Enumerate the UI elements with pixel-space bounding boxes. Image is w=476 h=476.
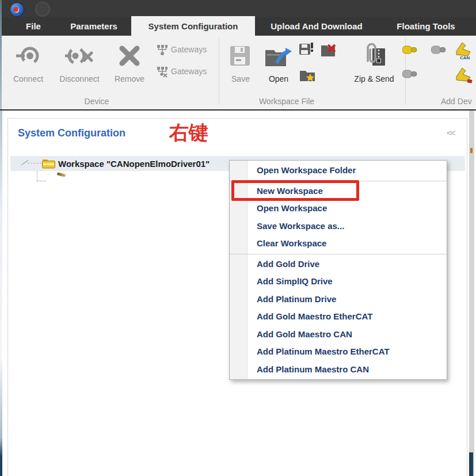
menu-item-save-workspace-as[interactable]: Save Workspace as... — [230, 218, 447, 235]
favorite-workspace-icon[interactable] — [299, 69, 315, 82]
tab-parameters[interactable]: Parameters — [62, 17, 125, 36]
highlight-red-box — [231, 180, 359, 201]
menu-item-add-gold-maestro-can[interactable]: Add Gold Maestro CAN — [230, 326, 447, 344]
add-gateway-icon[interactable] — [431, 45, 447, 55]
tree-child-icon — [57, 172, 66, 177]
right-edge-strip — [469, 111, 474, 476]
menu-item-clear-workspace[interactable]: Clear Workspace — [230, 235, 447, 253]
panel-title: System Configuration — [18, 127, 125, 139]
tree-connector-line — [28, 163, 41, 163]
menu-item-add-platinum-maestro-ethercat[interactable]: Add Platinum Maestro EtherCAT — [230, 343, 447, 361]
ribbon: Connect Disconnect Remove Gateways Gatew… — [2, 36, 476, 109]
zip-and-send-button[interactable]: Zip & Send — [347, 74, 401, 84]
disconnect-icon[interactable] — [65, 44, 94, 68]
add-can-gateway-icon[interactable] — [402, 45, 418, 55]
menu-item-add-gold-maestro-ethercat[interactable]: Add Gold Maestro EtherCAT — [230, 308, 447, 326]
menu-item-add-simpliq-drive[interactable]: Add SimplIQ Drive — [230, 273, 447, 291]
right-edge-navy — [469, 452, 473, 476]
gateways-remove-icon[interactable] — [157, 66, 168, 78]
ribbon-bottom-edge — [0, 109, 476, 111]
menu-item-open-workspace[interactable]: Open Workspace — [230, 200, 447, 218]
gateways-add-button[interactable]: Gateways — [171, 45, 216, 54]
add-ethercat-gateway-icon[interactable] — [402, 69, 418, 79]
right-edge-marker — [470, 148, 473, 153]
save-as-icon[interactable] — [299, 42, 314, 57]
add-gold-drive-ethercat-icon[interactable] — [453, 67, 474, 84]
group-separator — [219, 38, 219, 105]
tree-child-line-v — [37, 171, 37, 181]
menu-item-add-platinum-drive[interactable]: Add Platinum Drive — [230, 291, 447, 309]
group-label-device: Device — [36, 96, 157, 107]
zip-and-send-icon[interactable] — [360, 43, 387, 68]
workspace-folder-icon[interactable] — [42, 158, 55, 169]
gateways-remove-button[interactable]: Gateways — [171, 67, 216, 76]
tree-child-line-h — [37, 181, 46, 181]
can-badge: CAN — [460, 55, 470, 60]
app-logo-icon[interactable] — [10, 3, 24, 16]
group-label-workspace-file: Workspace File — [232, 96, 341, 107]
tab-floating-tools[interactable]: Floating Tools — [383, 17, 469, 36]
tab-system-configuration[interactable]: System Configuration — [131, 16, 255, 36]
gateways-add-icon[interactable] — [157, 44, 168, 56]
menu-item-add-platinum-maestro-can[interactable]: Add Platinum Maestro CAN — [230, 361, 447, 379]
tab-file[interactable]: File — [10, 17, 56, 36]
inactive-circle-button[interactable] — [35, 2, 50, 17]
remove-icon[interactable] — [119, 45, 140, 67]
open-icon[interactable] — [264, 44, 292, 68]
title-bar — [2, 0, 476, 17]
menu-item-add-gold-drive[interactable]: Add Gold Drive — [230, 256, 447, 273]
application-window: File Parameters System Configuration Upl… — [0, 0, 476, 476]
save-button[interactable]: Save — [226, 74, 255, 84]
open-button[interactable]: Open — [264, 74, 293, 84]
workspace-tree-label[interactable]: Workspace "CANopenElmoDriver01" — [58, 159, 210, 169]
annotation-right-click: 右键 — [169, 120, 208, 146]
connect-icon[interactable] — [15, 44, 39, 68]
save-icon[interactable] — [230, 45, 250, 66]
collapse-panel-icon[interactable]: << — [447, 128, 455, 138]
tab-upload-and-download[interactable]: Upload And Download — [262, 17, 371, 36]
group-label-add-device: Add Dev — [441, 96, 476, 107]
remove-button[interactable]: Remove — [109, 74, 150, 84]
close-workspace-icon[interactable] — [321, 43, 337, 57]
menu-item-open-workspace-folder[interactable]: Open Workspace Folder — [230, 162, 447, 180]
disconnect-button[interactable]: Disconnect — [55, 74, 104, 84]
connect-button[interactable]: Connect — [6, 74, 50, 84]
menu-separator — [230, 254, 447, 254]
